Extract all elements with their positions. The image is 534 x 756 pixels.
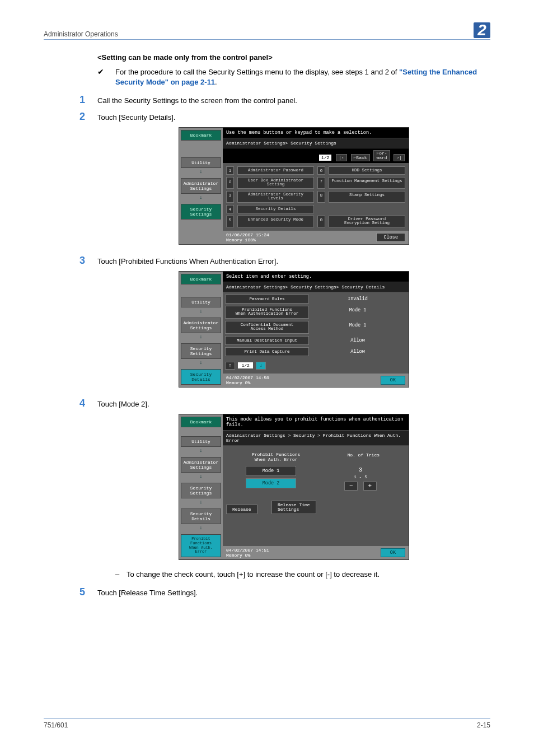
menu-admin-security-levels[interactable]: Administrator Security Levels [237, 191, 314, 203]
footer-bar: 01/06/2007 15:24 Memory 100% Close [223, 231, 409, 244]
chevron-down-icon: ↓ [179, 448, 223, 454]
close-button[interactable]: Close [376, 233, 405, 242]
step-4: 4 Touch [Mode 2]. [79, 398, 490, 409]
step-number: 3 [79, 255, 97, 267]
page-indicator: 1/2 [238, 362, 252, 368]
menu-user-box-admin[interactable]: User Box Administrator Setting [237, 177, 314, 189]
sidebar-utility[interactable]: Utility [181, 157, 221, 168]
menu-num: 5 [226, 216, 234, 227]
col-tries-header: No. of Tries [347, 452, 380, 463]
instruction-text: Select item and enter setting. [223, 272, 409, 282]
col-prohibit-header: Prohibit Functions When Auth. Error [252, 452, 300, 463]
sidebar-admin-settings[interactable]: Administrator Settings [181, 318, 221, 333]
footer-bar: 04/02/2007 14:50 Memory 0% OK [223, 374, 409, 387]
step-number: 2 [79, 111, 97, 123]
tries-range: 1 - 5 [316, 474, 405, 479]
chevron-down-icon: ↓ [179, 525, 223, 531]
opt-password-rules[interactable]: Password Rules [225, 295, 309, 304]
menu-admin-password[interactable]: Administrator Password [237, 166, 314, 175]
footer-info: 01/06/2007 15:24 Memory 100% [226, 232, 269, 242]
check-bullet-row: ✔ For the procedure to call the Security… [97, 67, 490, 87]
footer-date: 04/02/2007 14:50 [226, 375, 269, 380]
ok-button[interactable]: OK [381, 376, 405, 385]
dash-note: – To change the check count, touch [+] t… [115, 570, 490, 578]
sidebar-admin-settings[interactable]: Administrator Settings [181, 457, 221, 473]
release-button[interactable]: Release [226, 505, 257, 514]
menu-num: 3 [226, 191, 234, 203]
menu-hdd-settings[interactable]: HDD Settings [329, 166, 405, 175]
val-print-data-capture: Allow [309, 347, 406, 356]
forward-button[interactable]: For- ward [373, 150, 390, 161]
back-button[interactable]: ←Back [351, 154, 370, 161]
sidebar-security-settings[interactable]: Security Settings [181, 343, 221, 359]
menu-body: 1 Administrator Password 6 HDD Settings … [223, 163, 409, 231]
sidebar-security-details[interactable]: Security Details [181, 369, 221, 385]
opt-confidential-doc[interactable]: Confidential Document Access Method [225, 321, 309, 334]
main-panel: Select item and enter setting. Administr… [223, 272, 409, 387]
prohibit-functions-screen: Bookmark Utility ↓ Administrator Setting… [179, 414, 409, 560]
opt-print-data-capture[interactable]: Print Data Capture [225, 347, 309, 356]
footer-memory: Memory 100% [226, 237, 269, 242]
sidebar-admin-settings[interactable]: Administrator Settings [181, 178, 221, 194]
menu-num: 0 [317, 216, 325, 227]
sidebar-utility[interactable]: Utility [181, 436, 221, 447]
menu-stamp-settings[interactable]: Stamp Settings [329, 191, 405, 203]
goto-first-button[interactable]: |‹ [336, 154, 347, 161]
plus-button[interactable]: + [363, 482, 377, 491]
goto-last-button[interactable]: ›| [394, 154, 405, 161]
step-text: Call the Security Settings to the screen… [97, 94, 490, 106]
menu-enhanced-security[interactable]: Enhanced Security Mode [237, 216, 314, 227]
page-up-button[interactable]: ↑ [225, 362, 235, 370]
opt-prohibited-functions[interactable]: Prohibited Functions When Authentication… [225, 306, 309, 319]
val-manual-dest: Allow [309, 336, 406, 345]
check-icon: ✔ [97, 67, 115, 87]
screenshot-3: Bookmark Utility ↓ Administrator Setting… [97, 414, 490, 560]
chevron-down-icon: ↓ [179, 500, 223, 505]
instruction-text: Use the menu buttons or keypad to make a… [223, 128, 409, 138]
menu-security-details[interactable]: Security Details [237, 205, 314, 213]
page-down-button[interactable]: ↓ [256, 362, 266, 370]
chevron-down-icon: ↓ [179, 195, 223, 200]
mode-1-button[interactable]: Mode 1 [246, 466, 296, 476]
screenshot-1: Bookmark Utility ↓ Administrator Setting… [97, 127, 490, 245]
breadcrumb: Administrator Settings> Security Setting… [223, 138, 409, 148]
chevron-down-icon: ↓ [179, 474, 223, 479]
menu-driver-password[interactable]: Driver Password Encryption Setting [329, 216, 405, 227]
settings-list: Password RulesInvalid Prohibited Functio… [223, 292, 409, 374]
sidebar-utility[interactable]: Utility [181, 297, 221, 307]
section-subhead: <Setting can be made only from the contr… [97, 53, 490, 62]
sidebar-bookmark[interactable]: Bookmark [181, 274, 221, 284]
val-confidential-doc: Mode 1 [309, 321, 406, 334]
pager-toolbar: 1/2 |‹ ←Back For- ward ›| [223, 148, 409, 163]
bullet-text-a: For the procedure to call the Security S… [115, 68, 399, 76]
tries-value: 3 [316, 467, 405, 473]
content-column: <Setting can be made only from the contr… [44, 53, 490, 598]
sidebar-bookmark[interactable]: Bookmark [181, 130, 221, 141]
sidebar-security-settings[interactable]: Security Settings [181, 483, 221, 498]
minus-button[interactable]: − [344, 482, 358, 491]
opt-manual-dest[interactable]: Manual Destination Input [225, 336, 309, 345]
val-password-rules: Invalid [309, 295, 406, 304]
header-title: Administrator Operations [44, 30, 118, 38]
sidebar-prohibit-functions[interactable]: Prohibit Functions When Auth. Error [181, 534, 221, 557]
sidebar-security-settings[interactable]: Security Settings [181, 204, 221, 220]
pager: ↑ 1/2 ↓ [225, 362, 406, 370]
breadcrumb: Administrator Settings > Security > Proh… [223, 430, 409, 446]
release-time-settings-button[interactable]: Release Time Settings [271, 501, 316, 514]
sidebar-security-details[interactable]: Security Details [181, 508, 221, 524]
menu-num: 4 [226, 205, 234, 213]
sidebar: Bookmark Utility ↓ Administrator Setting… [179, 414, 223, 559]
security-settings-screen: Bookmark Utility ↓ Administrator Setting… [179, 127, 409, 245]
footer-info: 04/02/2007 14:51 Memory 0% [226, 548, 269, 558]
page-header: Administrator Operations 2 [44, 22, 490, 40]
footer-date: 01/06/2007 15:24 [226, 232, 269, 237]
check-bullet-text: For the procedure to call the Security S… [115, 67, 490, 87]
footer-date: 04/02/2007 14:51 [226, 548, 269, 553]
menu-function-mgmt[interactable]: Function Management Settings [329, 177, 405, 189]
menu-num: 1 [226, 166, 234, 175]
mode-2-button[interactable]: Mode 2 [246, 478, 296, 488]
sidebar-bookmark[interactable]: Bookmark [181, 417, 221, 427]
ok-button[interactable]: OK [381, 548, 405, 557]
menu-num: 2 [226, 177, 234, 189]
breadcrumb: Administrator Settings> Security Setting… [223, 282, 409, 292]
